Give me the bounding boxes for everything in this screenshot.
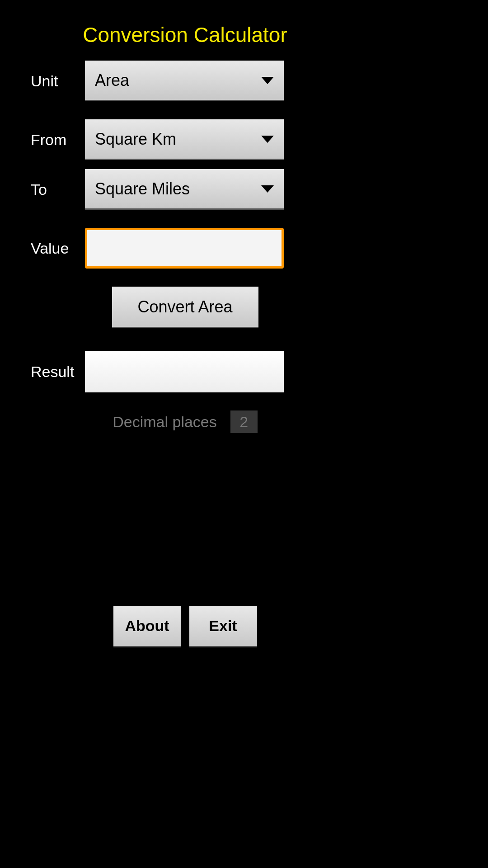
from-row: From Square Km: [0, 119, 370, 160]
about-button[interactable]: About: [113, 606, 181, 647]
value-input[interactable]: [85, 228, 284, 269]
unit-label: Unit: [31, 72, 85, 90]
from-dropdown[interactable]: Square Km: [85, 119, 284, 160]
result-row: Result: [0, 351, 370, 392]
bottom-buttons: About Exit: [0, 606, 370, 647]
chevron-down-icon: [261, 136, 274, 143]
result-field: [85, 351, 284, 392]
page-title: Conversion Calculator: [0, 0, 370, 61]
chevron-down-icon: [261, 77, 274, 84]
decimal-places-label: Decimal places: [113, 413, 217, 431]
result-label: Result: [31, 363, 85, 381]
chevron-down-icon: [261, 185, 274, 193]
convert-row: Convert Area: [0, 287, 370, 328]
from-dropdown-text: Square Km: [95, 130, 176, 149]
value-row: Value: [0, 228, 370, 269]
from-label: From: [31, 131, 85, 149]
value-label: Value: [31, 240, 85, 257]
convert-button[interactable]: Convert Area: [112, 287, 258, 328]
to-label: To: [31, 181, 85, 198]
decimal-places-row: Decimal places 2: [0, 410, 370, 433]
unit-row: Unit Area: [0, 61, 370, 101]
unit-dropdown-text: Area: [95, 71, 129, 90]
exit-button[interactable]: Exit: [189, 606, 257, 647]
to-dropdown-text: Square Miles: [95, 179, 190, 198]
decimal-places-value[interactable]: 2: [230, 410, 258, 433]
to-row: To Square Miles: [0, 169, 370, 210]
to-dropdown[interactable]: Square Miles: [85, 169, 284, 210]
unit-dropdown[interactable]: Area: [85, 61, 284, 101]
